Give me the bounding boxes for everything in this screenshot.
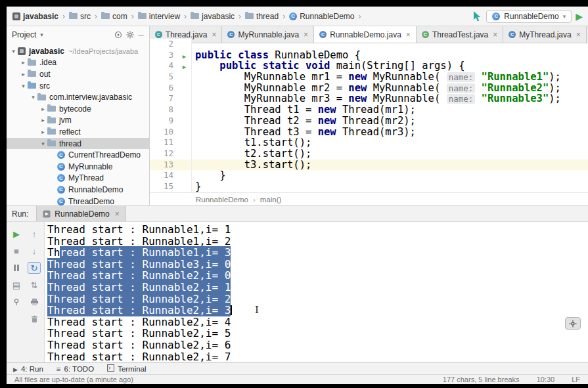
console-line[interactable]: Thread start : Runnable2,i= 0	[47, 270, 588, 282]
breadcrumb-item[interactable]: thread	[243, 11, 281, 22]
locate-file-icon[interactable]	[114, 31, 122, 39]
tree-item-src[interactable]: ▾src	[7, 80, 149, 92]
expand-collapse-button[interactable]: ⇅	[28, 279, 41, 291]
tree-item-reflect[interactable]: ▸reflect	[7, 126, 149, 138]
tree-item-RunnableDemo[interactable]: CRunnableDemo	[7, 184, 149, 196]
toolwindow-button-run[interactable]: ▶4: Run	[13, 365, 43, 373]
tree-item-MyRunnable[interactable]: CMyRunnable	[7, 161, 149, 173]
pin-tab-button[interactable]	[10, 296, 23, 308]
close-icon[interactable]: ×	[576, 30, 581, 39]
code-text[interactable]	[192, 39, 588, 50]
next-occurrence-button[interactable]: ↓	[28, 245, 41, 257]
tree-item-com.interview.javabasic[interactable]: ▾com.interview.javabasic	[7, 91, 149, 103]
console-line[interactable]: Thread start : Runnable1,i= 2	[47, 236, 588, 248]
chevron-down-icon[interactable]: ▾	[40, 32, 43, 38]
hide-panel-icon[interactable]: ─	[138, 30, 144, 39]
breadcrumb-class[interactable]: RunnableDemo	[196, 196, 248, 204]
line-ending-indicator[interactable]: LF	[572, 376, 580, 383]
tree-item-CurrentThreadDemo[interactable]: CCurrentThreadDemo	[7, 149, 149, 161]
prev-occurrence-button[interactable]: ↑	[28, 228, 41, 240]
tree-item-jvm[interactable]: ▸jvm	[7, 115, 149, 127]
console-line[interactable]: Thread start : Runnable1,i= 3	[47, 247, 588, 259]
ide-window: javabasic›src›com›interview›javabasic›th…	[7, 7, 588, 384]
code-text[interactable]: public static void main(String[] args) {	[192, 60, 588, 72]
console-line[interactable]: Thread start : Runnable2,i= 5	[47, 328, 588, 339]
print-console-button[interactable]	[28, 296, 41, 308]
console-line[interactable]: Thread start : Runnable2,i= 6	[47, 339, 588, 351]
code-text[interactable]: MyRunnable mr3 = new MyRunnable( name: "…	[192, 93, 588, 104]
console-line[interactable]: Thread start : Runnable2,i= 2	[47, 293, 588, 305]
close-icon[interactable]: ×	[406, 30, 411, 39]
code-text[interactable]: Thread t1 = new Thread(mr1);	[192, 104, 588, 116]
close-icon[interactable]: ×	[493, 30, 497, 39]
tree-item-MyThread[interactable]: CMyThread	[7, 173, 149, 184]
restore-layout-button[interactable]: ▤	[10, 279, 23, 291]
tree-item-thread[interactable]: ▾thread	[7, 138, 149, 150]
code-text[interactable]: Thread t2 = new Thread(mr2);	[192, 116, 588, 127]
folder-icon	[47, 140, 56, 146]
chevron-down-icon[interactable]: ▾	[29, 94, 37, 100]
tree-item-ThreadDemo[interactable]: CThreadDemo	[7, 196, 149, 205]
chevron-right-icon[interactable]: ▸	[39, 106, 47, 112]
toolwindow-button-terminal[interactable]: Terminal	[107, 364, 146, 373]
chevron-right-icon[interactable]: ▸	[19, 71, 28, 77]
chevron-right-icon[interactable]: ▸	[39, 129, 47, 135]
tree-item-.idea[interactable]: ▸.idea	[7, 57, 149, 69]
close-icon[interactable]: ×	[304, 30, 308, 39]
scroll-to-end-button[interactable]: ↻	[28, 262, 41, 274]
breadcrumb-item[interactable]: javabasic	[11, 11, 60, 22]
chevron-down-icon[interactable]: ▾	[39, 140, 47, 147]
run-line-icon[interactable]: ▶	[183, 64, 186, 70]
breadcrumb-method[interactable]: main()	[260, 196, 282, 204]
gutter-cell	[177, 104, 192, 116]
chevron-right-icon[interactable]: ▸	[39, 117, 47, 123]
code-text[interactable]: }	[192, 170, 588, 181]
chevron-down-icon[interactable]: ▾	[19, 83, 28, 89]
chevron-right-icon[interactable]: ▸	[19, 59, 28, 66]
code-text[interactable]: t3.start();	[192, 160, 588, 171]
stop-button[interactable]: ■	[10, 245, 23, 257]
code-text[interactable]: Thread t3 = new Thread(mr3);	[192, 127, 588, 138]
breadcrumb-item[interactable]: interview	[136, 11, 182, 22]
code-text[interactable]: MyRunnable mr1 = new MyRunnable( name: "…	[192, 72, 588, 83]
console-line[interactable]: Thread start : Runnable2,i= 1	[47, 282, 588, 293]
code-line: 5 MyRunnable mr1 = new MyRunnable( name:…	[150, 72, 588, 83]
code-text[interactable]: MyRunnable mr2 = new MyRunnable( name: "…	[192, 83, 588, 94]
breadcrumb-item[interactable]: com	[99, 11, 129, 22]
breadcrumb-item[interactable]: CRunnableDemo	[287, 11, 356, 22]
toolwindow-button-todo[interactable]: ≡6: TODO	[57, 365, 94, 373]
breadcrumb-item[interactable]: javabasic	[189, 11, 237, 22]
close-icon[interactable]: ×	[212, 30, 216, 39]
run-console-tab[interactable]: RunnableDemo ×	[36, 206, 125, 221]
pause-output-button[interactable]	[10, 262, 23, 274]
breadcrumb-item[interactable]: src	[67, 11, 93, 22]
console-line[interactable]: Thread start : Runnable3,i= 0	[47, 259, 588, 270]
console-output[interactable]: I Thread start : Runnable1,i= 1Thread st…	[45, 222, 588, 362]
console-line[interactable]: Thread start : Runnable2,i= 7	[47, 351, 588, 362]
run-config-selector[interactable]: C RunnableDemo ▾	[486, 10, 572, 23]
close-icon[interactable]: ×	[115, 209, 120, 219]
project-panel-title[interactable]: Project	[12, 30, 36, 39]
tree-item-bytecode[interactable]: ▸bytecode	[7, 103, 149, 115]
code-text[interactable]: t1.start();	[192, 137, 588, 148]
console-line[interactable]: Thread start : Runnable1,i= 1	[47, 224, 588, 236]
chevron-down-icon[interactable]: ▾	[9, 48, 18, 54]
console-line[interactable]: Thread start : Runnable2,i= 4	[47, 316, 588, 328]
code-editor[interactable]: 23▶public class RunnableDemo {4▶ public …	[150, 39, 588, 192]
run-button[interactable]: ▶	[576, 12, 583, 21]
code-text[interactable]: t2.start();	[192, 148, 588, 160]
folder-icon	[28, 60, 36, 66]
tree-item-out[interactable]: ▸out	[7, 68, 149, 80]
tree-item-javabasic[interactable]: ▾javabasic~/IdeaProjects/javaba	[7, 45, 149, 57]
caret-position[interactable]: 10:30	[537, 376, 555, 383]
gear-icon[interactable]	[126, 31, 134, 39]
code-text[interactable]: public class RunnableDemo {	[192, 50, 588, 61]
clear-console-button[interactable]	[28, 313, 41, 325]
console-settings-float-button[interactable]	[565, 317, 581, 330]
status-bar: All files are up-to-date (a minute ago) …	[7, 374, 588, 384]
rerun-button[interactable]: ▶	[10, 228, 23, 240]
run-line-icon[interactable]: ▶	[183, 53, 186, 60]
console-line[interactable]: Thread start : Runnable2,i= 3	[47, 305, 588, 316]
code-text[interactable]: }	[192, 181, 588, 192]
tree-item-label: ThreadDemo	[68, 197, 114, 205]
